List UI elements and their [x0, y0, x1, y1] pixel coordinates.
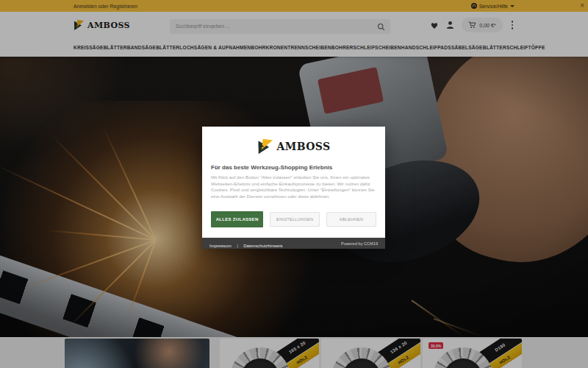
- datenschutz-link[interactable]: Datenschutzhinweis: [243, 244, 282, 248]
- cookie-modal-title: Für das beste Werkzeug-Shopping Erlebnis: [211, 164, 376, 171]
- settings-button[interactable]: EINSTELLUNGEN: [270, 212, 320, 227]
- amboss-logo-icon: [257, 138, 273, 155]
- cookie-modal-footer: Impressum | Datenschutzhinweis Powered b…: [202, 238, 385, 249]
- decline-button[interactable]: ABLEHNEN: [326, 212, 376, 227]
- impressum-link[interactable]: Impressum: [209, 244, 232, 248]
- page: Anmelden oder Registrieren Service/Hilfe…: [0, 0, 588, 368]
- footer-separator: |: [237, 244, 238, 248]
- cookie-consent-modal: AMBOSS Für das beste Werkzeug-Shopping E…: [202, 127, 385, 249]
- cookie-modal-text: Mit Klick auf den Button "Alles zulassen…: [211, 174, 376, 199]
- accept-all-button[interactable]: ALLES ZULASSEN: [211, 211, 263, 227]
- modal-amboss-logo: AMBOSS: [211, 138, 376, 155]
- modal-brand-wordmark: AMBOSS: [277, 141, 331, 152]
- powered-by-label: Powered by CCM19: [341, 241, 378, 246]
